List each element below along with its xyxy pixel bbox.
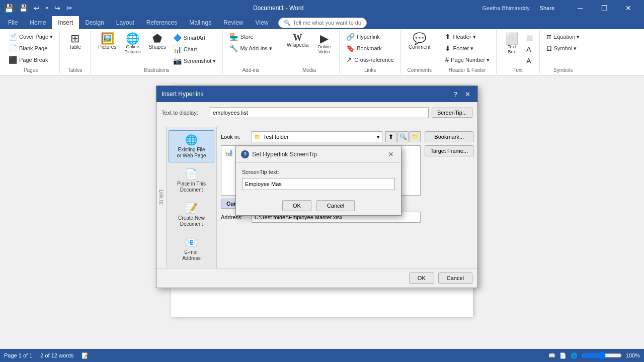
online-video-btn[interactable]: ▶ OnlineVideo [313, 31, 335, 56]
wikipedia-btn[interactable]: W Wikipedia [283, 31, 312, 50]
tab-home[interactable]: Home [24, 16, 52, 29]
footer-btn[interactable]: ⬇Footer ▾ [442, 43, 492, 54]
bookmark-ribbon-btn[interactable]: 🔖Bookmark [344, 43, 396, 54]
target-frame-btn[interactable]: Target Frame... [425, 145, 473, 156]
view-web-icon[interactable]: 🌐 [571, 352, 578, 359]
wordart-btn[interactable]: A [524, 44, 535, 55]
online-pictures-btn[interactable]: 🌐 OnlinePictures [121, 31, 144, 56]
undo-dropdown[interactable]: ▾ [44, 5, 50, 12]
tab-references[interactable]: References [140, 16, 183, 29]
tab-review[interactable]: Review [217, 16, 249, 29]
sidebar-new-doc-btn[interactable]: 📝 Create NewDocument [169, 199, 214, 231]
user-area: Geetha Bhimireddy Share [482, 3, 565, 13]
tables-items: ⊞ Table [64, 31, 86, 66]
screentip-title: Set Hyperlink ScreenTip [252, 151, 317, 158]
screentip-ok-btn[interactable]: OK [282, 200, 311, 211]
page-number-btn[interactable]: #Page Number ▾ [442, 54, 492, 65]
new-folder-btn[interactable]: 📁 [410, 131, 421, 142]
equation-icon: π [546, 33, 551, 41]
look-in-select[interactable]: 📁 Test folder ▾ [252, 131, 382, 142]
screentip-cancel-btn[interactable]: Cancel [316, 200, 355, 211]
comment-btn[interactable]: 💬 Comment [405, 31, 434, 52]
screentip-dialog[interactable]: ? Set Hyperlink ScreenTip ✕ ScreenTip te… [235, 146, 401, 216]
go-up-btn[interactable]: ⬆ [385, 131, 396, 142]
table-btn[interactable]: ⊞ Table [64, 31, 86, 52]
illustrations-label: Illustrations [144, 67, 170, 73]
insert-hyperlink-ok-btn[interactable]: OK [409, 273, 434, 284]
screentip-btn[interactable]: ScreenTip... [432, 108, 472, 118]
header-btn[interactable]: ⬆Header ▾ [442, 31, 492, 42]
group-tables: ⊞ Table Tables [60, 30, 91, 74]
minimize-btn[interactable]: ─ [569, 0, 592, 16]
restore-btn[interactable]: ❐ [593, 0, 616, 16]
symbol-btn[interactable]: ΩSymbol ▾ [544, 43, 582, 54]
group-addins: 🏪Store 🔧My Add-ins ▾ Add-ins [223, 30, 279, 74]
tab-view[interactable]: View [250, 16, 275, 29]
page-break-btn[interactable]: ⬛Page Break [6, 54, 55, 65]
redo-btn[interactable]: ↪ [52, 3, 62, 13]
save-btn[interactable]: 💾 [17, 3, 30, 13]
table-icon: ⊞ [70, 33, 79, 44]
my-addins-btn[interactable]: 🔧My Add-ins ▾ [227, 43, 274, 54]
new-doc-icon: 📝 [185, 202, 198, 214]
group-links: 🔗Hyperlink 🔖Bookmark ↗Cross-reference Li… [340, 30, 401, 74]
group-comments: 💬 Comment Comments [401, 30, 438, 74]
header-icon: ⬆ [445, 33, 451, 41]
symbols-label: Symbols [553, 67, 573, 73]
sidebar-existing-file-btn[interactable]: 🌐 Existing Fileor Web Page [169, 130, 214, 162]
drop-cap-btn[interactable]: A [524, 55, 535, 66]
insert-hyperlink-cancel-btn[interactable]: Cancel [438, 273, 472, 284]
text-box-btn[interactable]: ⬜ TextBox [501, 31, 523, 56]
text-to-display-input[interactable] [210, 107, 429, 118]
screentip-input[interactable] [242, 178, 395, 190]
tables-label: Tables [68, 67, 83, 73]
group-header-footer: ⬆Header ▾ ⬇Footer ▾ #Page Number ▾ Heade… [438, 30, 497, 74]
tab-mailings[interactable]: Mailings [183, 16, 217, 29]
screentip-close-btn[interactable]: ✕ [386, 149, 396, 159]
zoom-slider[interactable] [582, 351, 622, 359]
smartart-btn[interactable]: 🔷SmartArt [171, 32, 219, 43]
tab-layout[interactable]: Layout [110, 16, 140, 29]
window-controls: ─ ❐ ✕ [569, 0, 640, 16]
blank-page-btn[interactable]: 📄Blank Page [6, 43, 55, 54]
hyperlink-btn[interactable]: 🔗Hyperlink [344, 31, 396, 42]
view-layout-icon[interactable]: 📄 [559, 352, 567, 359]
quick-parts-btn[interactable]: ▦ [524, 32, 535, 43]
insert-hyperlink-close-btn[interactable]: ✕ [462, 89, 472, 99]
symbols-items: πEquation ▾ ΩSymbol ▾ [544, 31, 582, 66]
view-read-icon[interactable]: 📖 [548, 352, 555, 359]
title-bar: 💾 💾 ↩ ▾ ↪ ✂ Document1 - Word Geetha Bhim… [0, 0, 644, 16]
chart-btn[interactable]: 📊Chart [171, 44, 219, 55]
share-button[interactable]: Share [534, 3, 560, 13]
screentip-help-icon[interactable]: ? [241, 150, 249, 158]
proofing-icon: 📝 [82, 352, 89, 359]
pages-label: Pages [24, 67, 38, 73]
screenshot-btn[interactable]: 📷Screenshot ▾ [171, 55, 219, 66]
search-btn[interactable]: 🔍 [397, 131, 409, 142]
ribbon: File Home Insert Design Layout Reference… [0, 16, 644, 75]
store-btn[interactable]: 🏪Store [227, 31, 274, 42]
close-btn[interactable]: ✕ [617, 0, 640, 16]
insert-hyperlink-body: Text to display: ScreenTip... [156, 102, 477, 127]
tab-design[interactable]: Design [79, 16, 110, 29]
group-text: ⬜ TextBox ▦ A A Text [497, 30, 540, 74]
pictures-btn[interactable]: 🖼️ Pictures [95, 31, 120, 52]
addins-icon: 🔧 [229, 44, 238, 52]
sidebar-email-btn[interactable]: 📧 E-mailAddress [169, 233, 214, 265]
equation-btn[interactable]: πEquation ▾ [544, 31, 582, 42]
tab-file[interactable]: File [2, 16, 24, 29]
customize-qa-btn[interactable]: ✂ [64, 3, 74, 13]
tab-insert[interactable]: Insert [52, 16, 79, 29]
blank-page-icon: 📄 [9, 44, 17, 52]
text-box-label: TextBox [508, 44, 516, 54]
shapes-btn[interactable]: ⬟ Shapes [145, 31, 170, 52]
insert-hyperlink-help-btn[interactable]: ? [450, 89, 460, 99]
tell-me-box[interactable]: 🔍 Tell me what you want to do [278, 18, 367, 28]
undo-btn[interactable]: ↩ [32, 3, 42, 13]
wikipedia-label: Wikipedia [287, 42, 308, 48]
bookmark-dialog-btn[interactable]: Bookmark... [425, 131, 473, 142]
cover-page-btn[interactable]: 📄Cover Page ▾ [6, 31, 55, 42]
symbol-icon: Ω [546, 44, 551, 52]
cross-reference-btn[interactable]: ↗Cross-reference [344, 54, 396, 65]
sidebar-place-btn[interactable]: 📄 Place in ThisDocument [169, 164, 214, 197]
